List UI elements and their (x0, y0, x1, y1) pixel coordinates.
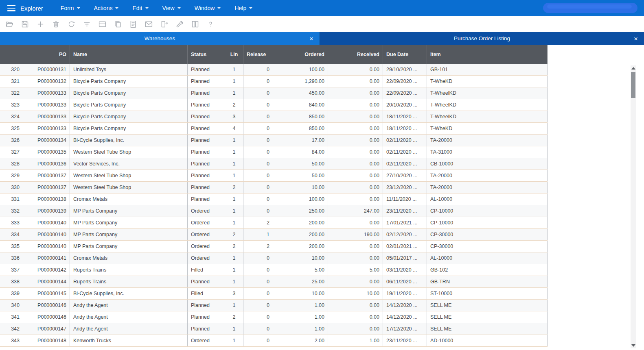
table-row[interactable]: 323P000000133Bicycle Parts CompanyPlanne… (0, 99, 548, 111)
column-header-name[interactable]: Name (70, 45, 188, 64)
cell-due_date: 02/11/2020 ... (383, 135, 427, 146)
table-row[interactable]: 330P000000137Western Steel Tube ShopPlan… (0, 182, 548, 193)
close-tab-icon[interactable]: × (634, 35, 638, 42)
table-row[interactable]: 325P000000133Bicycle Parts CompanyPlanne… (0, 123, 548, 135)
table-row[interactable]: 328P000000136Vector Services, Inc.Planne… (0, 158, 548, 170)
save-icon[interactable] (17, 16, 33, 32)
hamburger-menu-icon[interactable] (7, 5, 15, 11)
cell-name: MP Parts Company (70, 241, 188, 252)
cell-item: GB-102 (427, 264, 548, 276)
new-window-icon[interactable] (94, 16, 110, 32)
menu-help[interactable]: Help (228, 0, 259, 16)
table-row[interactable]: 326P000000134Bi-Cycle Supplies, Inc.Plan… (0, 135, 548, 146)
cell-ordered: 50.00 (273, 170, 328, 181)
cell-status: Ordered (188, 229, 225, 240)
scroll-up-arrow-icon[interactable] (631, 67, 635, 70)
cell-item: SELL ME (427, 323, 548, 335)
cell-name: Bicycle Parts Company (70, 99, 188, 111)
mail-icon[interactable] (141, 16, 156, 32)
table-row[interactable]: 335P000000140MP Parts CompanyOrdered2220… (0, 241, 548, 252)
table-row[interactable]: 341P000000146Andy the AgentPlanned201.00… (0, 311, 548, 323)
menu-label: Edit (132, 5, 142, 11)
table-row[interactable]: 320P000000131Unlimited ToysPlanned10100.… (0, 64, 548, 76)
menu-form[interactable]: Form (54, 0, 87, 16)
cell-received: 0.00 (328, 276, 383, 287)
cell-name: Western Steel Tube Shop (70, 182, 188, 193)
add-icon[interactable] (33, 16, 48, 32)
document-icon[interactable] (125, 16, 141, 32)
cell-status: Planned (188, 99, 225, 111)
menu-actions[interactable]: Actions (87, 0, 126, 16)
table-row[interactable]: 339P000000145Bi-Cycle Supplies, Inc.Fill… (0, 288, 548, 300)
cell-ordered: 850.00 (273, 123, 328, 134)
cell-lin: 1 (225, 335, 243, 346)
column-header-rownum[interactable] (0, 45, 23, 64)
copy-icon[interactable] (110, 16, 125, 32)
table-row[interactable]: 343P000000148Kenworth TrucksOrdered102.0… (0, 335, 548, 347)
cell-po: P000000133 (23, 99, 70, 111)
menu-view[interactable]: View (156, 0, 188, 16)
refresh-icon[interactable] (64, 16, 79, 32)
cell-item: AL-10000 (427, 252, 548, 264)
column-header-ordered[interactable]: Ordered (273, 45, 328, 64)
table-row[interactable]: 329P000000137Western Steel Tube ShopPlan… (0, 170, 548, 182)
table-row[interactable]: 322P000000133Bicycle Parts CompanyPlanne… (0, 87, 548, 99)
table-row[interactable]: 324P000000133Bicycle Parts CompanyPlanne… (0, 111, 548, 123)
cell-ordered: 25.00 (273, 276, 328, 287)
menu-window[interactable]: Window (188, 0, 228, 16)
cell-received: 0.00 (328, 323, 383, 335)
vertical-scrollbar[interactable] (631, 65, 636, 348)
cell-ordered: 5.00 (273, 264, 328, 276)
cell-po: P000000133 (23, 123, 70, 134)
cell-received: 0.00 (328, 217, 383, 228)
redacted-text (543, 3, 637, 13)
help-icon[interactable] (203, 16, 218, 32)
cell-ordered: 200.00 (273, 229, 328, 240)
menu-edit[interactable]: Edit (125, 0, 155, 16)
cell-ordered: 2.00 (273, 335, 328, 346)
cell-name: Ruperts Trains (70, 276, 188, 287)
filter-icon[interactable] (79, 16, 94, 32)
table-row[interactable]: 332P000000139MP Parts CompanyOrdered1025… (0, 205, 548, 217)
tab-warehouses[interactable]: Warehouses × (0, 32, 320, 45)
column-header-release[interactable]: Release (243, 45, 273, 64)
table-row[interactable]: 336P000000141Cromax MetalsOrdered1010.00… (0, 252, 548, 264)
column-header-lin[interactable]: Lin (225, 45, 243, 64)
cell-status: Planned (188, 87, 225, 99)
column-header-status[interactable]: Status (188, 45, 225, 64)
table-row[interactable]: 333P000000140MP Parts CompanyOrdered1220… (0, 217, 548, 229)
table-row[interactable]: 338P000000144Ruperts TrainsPlanned1025.0… (0, 276, 548, 288)
table-row[interactable]: 340P000000146Andy the AgentPlanned101.00… (0, 300, 548, 311)
table-row[interactable]: 321P000000132Bicycle Parts CompanyPlanne… (0, 76, 548, 87)
table-row[interactable]: 337P000000142Ruperts TrainsFilled105.005… (0, 264, 548, 276)
cell-po: P000000133 (23, 111, 70, 122)
table-row[interactable]: 327P000000135Western Steel Tube ShopPlan… (0, 146, 548, 158)
column-header-due_date[interactable]: Due Date (383, 45, 427, 64)
column-header-item[interactable]: Item (427, 45, 548, 64)
tab-purchase-order-listing[interactable]: Purchase Order Listing × (320, 32, 644, 45)
cell-name: MP Parts Company (70, 229, 188, 240)
scrollbar-thumb[interactable] (631, 72, 635, 98)
toolbar (0, 16, 644, 32)
table-row[interactable]: 342P000000147Andy the AgentPlanned101.00… (0, 323, 548, 335)
cell-item: AL-10000 (427, 193, 548, 205)
cell-rownum: 332 (0, 205, 23, 217)
scroll-down-arrow-icon[interactable] (631, 344, 635, 347)
delete-icon[interactable] (48, 16, 64, 32)
open-folder-icon[interactable] (2, 16, 17, 32)
cell-release: 0 (243, 76, 273, 87)
menu-explorer[interactable]: Explorer (20, 5, 43, 12)
tools-icon[interactable] (172, 16, 187, 32)
columns-icon[interactable] (187, 16, 203, 32)
cell-name: MP Parts Company (70, 205, 188, 217)
cell-release: 0 (243, 99, 273, 111)
cell-item: CP-30000 (427, 241, 548, 252)
table-row[interactable]: 331P000000138Cromax MetalsPlanned10100.0… (0, 193, 548, 205)
cell-item: CP-30000 (427, 229, 548, 240)
table-row[interactable]: 334P000000140MP Parts CompanyOrdered2120… (0, 229, 548, 241)
column-header-po[interactable]: PO (23, 45, 70, 64)
column-header-received[interactable]: Received (328, 45, 383, 64)
import-icon[interactable] (156, 16, 172, 32)
cell-status: Planned (188, 300, 225, 311)
close-tab-icon[interactable]: × (309, 35, 313, 42)
